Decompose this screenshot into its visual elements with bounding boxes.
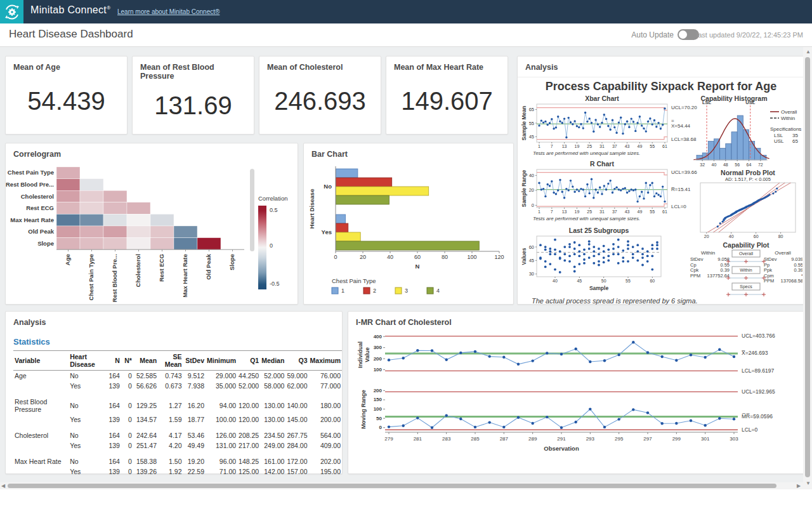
table-row: Max Heart RateNo1640158.381.5019.2096.00… [13,456,342,466]
table-row: Rest Blood PressureNo1640129.251.2716.20… [13,397,342,414]
table-row: Yes139056.6260.6737.93835.00052.00058.00… [13,381,342,391]
statistics-table[interactable]: VariableHeart DiseaseNN*MeanSE MeanStDev… [13,350,342,477]
scroll-down-arrow[interactable]: ▼ [806,481,811,486]
svg-text:150: 150 [374,397,383,402]
svg-text:45: 45 [529,134,534,140]
svg-text:45: 45 [529,258,534,263]
correlogram-chart[interactable]: Chest Pain TypeRest Blood Pre...Choleste… [6,159,298,305]
vertical-scrollbar[interactable]: ▲ ▼ [803,47,812,489]
svg-text:45: 45 [577,279,582,283]
svg-text:72: 72 [758,162,763,167]
svg-text:61: 61 [662,209,667,214]
svg-text:Sample: Sample [589,285,609,291]
svg-text:Observation: Observation [544,445,579,452]
svg-text:40: 40 [553,279,558,283]
svg-text:Process Capability Sixpack Rep: Process Capability Sixpack Report for Ag… [546,80,776,93]
svg-text:25: 25 [587,144,592,149]
svg-text:7: 7 [551,144,553,149]
svg-text:303: 303 [730,436,738,442]
statistics-heading: Statistics [13,337,342,347]
stats-col-header: Variable [13,351,69,371]
stats-col-header: Minimum [206,351,237,371]
horizontal-scroll-thumb[interactable] [8,484,776,488]
svg-text:279: 279 [384,436,393,442]
scroll-right-arrow[interactable]: ▶ [797,484,801,489]
imr-chart[interactable]: 100200300400UCL=403.766X̅=246.693LCL=89.… [348,327,804,472]
vertical-scroll-thumb[interactable] [805,57,810,477]
svg-text:19: 19 [575,209,580,214]
minitab-connect-logo[interactable] [0,0,23,23]
heart-disease-bar-chart[interactable]: NoYes020406080100120NHeart DiseaseChest … [304,159,513,305]
svg-text:Heart Disease: Heart Disease [308,189,315,229]
svg-text:287: 287 [500,436,509,442]
svg-text:Xbar Chart: Xbar Chart [585,95,619,102]
svg-text:40: 40 [729,234,734,239]
svg-text:281: 281 [414,436,422,442]
scroll-up-arrow[interactable]: ▲ [806,50,811,55]
svg-text:The actual process spread is r: The actual process spread is represented… [532,297,698,305]
svg-text:Max Heart Rate: Max Heart Rate [10,216,54,223]
svg-text:LSL: LSL [774,133,783,138]
panel-bar-chart: Bar Chart NoYes020406080100120NHeart Dis… [303,143,514,305]
scroll-left-arrow[interactable]: ◀ [1,484,5,489]
svg-text:60: 60 [754,234,759,239]
svg-text:299: 299 [672,436,681,442]
svg-text:295: 295 [615,436,624,442]
svg-text:31: 31 [599,144,605,149]
svg-text:65: 65 [792,138,798,144]
stats-col-header: Median [260,351,285,371]
stats-col-header: SE Mean [158,351,183,371]
footer: Minitab ® [0,489,812,509]
svg-text:137752.64: 137752.64 [707,273,730,279]
svg-text:50: 50 [376,416,382,421]
svg-text:40: 40 [712,162,717,167]
svg-text:Value: Value [364,347,370,362]
stats-col-header: Q3 [285,351,308,371]
page-title: Heart Disease Dashboard [9,28,133,41]
svg-text:Sample Range: Sample Range [521,169,527,207]
svg-text:31: 31 [599,209,605,214]
svg-text:UCL=403.766: UCL=403.766 [742,333,775,339]
kpi-value: 131.69 [133,77,254,134]
svg-text:48: 48 [723,162,728,167]
svg-text:56: 56 [735,162,740,167]
svg-text:3: 3 [405,288,408,294]
svg-text:LSL: LSL [702,100,712,105]
panel-imr-chart: I-MR Chart of Cholesterol 100200300400UC… [348,311,804,474]
svg-text:55: 55 [625,279,631,283]
stats-col-header: Maximum [309,351,343,371]
svg-text:Cholesterol: Cholesterol [135,254,142,287]
svg-text:Chest Pain Type: Chest Pain Type [8,169,54,176]
table-row: Yes1390139.261.9222.5971.00125.00142.001… [13,466,342,477]
svg-text:20: 20 [704,234,709,239]
capability-sixpack-chart[interactable]: Process Capability Sixpack Report for Ag… [518,77,804,311]
svg-text:100: 100 [467,254,476,260]
table-row: Yes1390134.571.5918.77100.00120.00130.00… [13,414,342,425]
learn-more-link[interactable]: Learn more about Minitab Connect® [117,8,219,15]
panel-header: Analysis [518,56,804,77]
svg-text:N: N [416,263,420,270]
stats-col-header: N* [121,351,133,371]
svg-text:297: 297 [643,436,652,442]
panel-capability-sixpack: Analysis Process Capability Sixpack Repo… [517,56,804,305]
kpi-card-mean-cholesterol: Mean of Cholesterol 246.693 [259,56,381,135]
svg-text:40: 40 [529,173,534,178]
svg-text:Age: Age [65,254,72,265]
svg-text:19: 19 [575,144,580,149]
panel-header: Analysis [6,312,342,327]
svg-text:R Chart: R Chart [590,160,614,168]
svg-text:UCL=39.66: UCL=39.66 [671,169,697,175]
svg-text:Rest ECG: Rest ECG [159,254,166,282]
svg-text:Old Peak: Old Peak [206,253,213,279]
stats-col-header: Q1 [237,351,260,371]
svg-text:13: 13 [562,209,567,214]
svg-text:283: 283 [442,436,451,442]
horizontal-scrollbar[interactable]: ◀ ▶ [0,482,803,489]
svg-text:291: 291 [557,436,566,442]
last-updated-text: last updated 9/20/22, 12:45:23 PM [697,31,803,39]
svg-text:USL: USL [774,138,784,144]
panel-header: Bar Chart [304,143,513,159]
svg-text:-0.5: -0.5 [270,281,280,287]
svg-text:55: 55 [529,121,534,126]
svg-text:UCL=70.20: UCL=70.20 [671,105,697,110]
